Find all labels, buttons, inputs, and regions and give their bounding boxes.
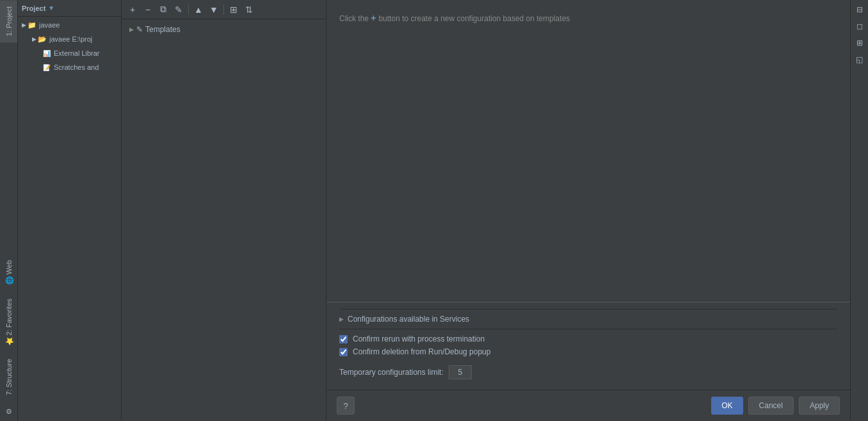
temp-config-label: Temporary configurations limit: <box>339 368 444 377</box>
config-left-panel: + − ⧉ ✎ ▲ ▼ <box>122 0 326 421</box>
right-btn-4[interactable]: ◱ <box>853 53 867 67</box>
confirm-deletion-checkbox[interactable] <box>339 348 348 356</box>
templates-label: Templates <box>145 25 181 34</box>
sidebar-tab-favorites[interactable]: ⭐ 2: Favorites <box>0 292 17 352</box>
bottom-left-icons: ⚙ <box>0 402 17 421</box>
tree-label: javaee E:\proj <box>49 35 92 43</box>
confirm-deletion-label: Confirm deletion from Run/Debug popup <box>353 347 490 356</box>
sort-button[interactable]: ⇅ <box>242 3 256 17</box>
tree-label: External Librar <box>54 49 100 57</box>
copy-config-button[interactable]: ⧉ <box>156 3 170 17</box>
hint-text: Click the + button to create a new confi… <box>339 13 837 23</box>
sidebar-tab-web[interactable]: 🌐 Web <box>0 254 17 292</box>
checkbox-row-1: Confirm rerun with process termination <box>339 334 837 343</box>
config-bottom-section: ▶ Configurations available in Services C… <box>326 302 850 390</box>
project-panel-header: Project ▼ <box>18 0 121 17</box>
arrow-icon: ▶ <box>22 22 26 28</box>
add-config-button[interactable]: + <box>125 3 140 17</box>
dialog-area: + − ⧉ ✎ ▲ ▼ <box>122 0 850 421</box>
config-right-panel: Click the + button to create a new confi… <box>326 0 850 421</box>
scratch-icon: 📝 <box>42 63 51 72</box>
help-button[interactable]: ? <box>337 397 355 415</box>
move-down-button[interactable]: ▼ <box>207 3 221 17</box>
plus-icon: + <box>371 13 378 23</box>
services-arrow-icon: ▶ <box>339 316 344 322</box>
content-spacer <box>339 36 837 289</box>
right-btn-1[interactable]: ⊟ <box>853 3 867 17</box>
arrow-icon: ▶ <box>32 36 36 42</box>
config-toolbar: + − ⧉ ✎ ▲ ▼ <box>122 0 326 19</box>
checkboxes-section: Confirm rerun with process termination C… <box>339 329 837 361</box>
remove-config-button[interactable]: − <box>141 3 155 17</box>
tree-label: javaee <box>39 21 60 29</box>
project-tree-panel: Project ▼ ▶ 📁 javaee ▶ 📂 javaee E:\proj … <box>18 0 122 421</box>
project-header-label: Project <box>22 4 45 12</box>
move-up-button[interactable]: ▲ <box>191 3 205 17</box>
toolbar-separator <box>188 4 189 15</box>
far-left-sidebar: 1: Project 🌐 Web ⭐ 2: Favorites 7: Struc… <box>0 0 18 421</box>
confirm-rerun-label: Confirm rerun with process termination <box>353 334 485 343</box>
temp-config-input[interactable] <box>449 365 472 379</box>
ok-button[interactable]: OK <box>711 397 743 415</box>
libs-icon: 📊 <box>42 49 51 58</box>
apply-button[interactable]: Apply <box>799 397 840 415</box>
confirm-rerun-checkbox[interactable] <box>339 335 348 343</box>
checkbox-row-2: Confirm deletion from Run/Debug popup <box>339 347 837 356</box>
config-tree-item-templates[interactable]: ▶ ✎ Templates <box>122 22 326 37</box>
folder-icon: 📁 <box>28 21 36 29</box>
right-sidebar: ⊟ ◻ ⊞ ◱ <box>850 0 868 421</box>
toolbar-separator-2 <box>223 4 224 15</box>
tree-item-javaee-root[interactable]: ▶ 📁 javaee <box>18 18 121 32</box>
services-label: Configurations available in Services <box>348 315 469 324</box>
sidebar-tab-structure[interactable]: 7: Structure <box>0 352 17 402</box>
edit-config-button[interactable]: ✎ <box>172 3 186 17</box>
right-btn-3[interactable]: ⊞ <box>853 36 867 50</box>
temp-config-row: Temporary configurations limit: <box>339 361 837 383</box>
center-content: + − ⧉ ✎ ▲ ▼ <box>122 0 850 421</box>
dialog-footer: ? OK Cancel Apply <box>326 390 850 421</box>
services-section[interactable]: ▶ Configurations available in Services <box>339 310 837 329</box>
module-icon: 📂 <box>38 35 47 44</box>
config-content-area: Click the + button to create a new confi… <box>326 0 850 302</box>
tree-item-scratches[interactable]: 📝 Scratches and <box>18 60 121 74</box>
tree-item-external-libs[interactable]: 📊 External Librar <box>18 46 121 60</box>
project-dropdown-icon[interactable]: ▼ <box>48 4 54 12</box>
templates-edit-icon: ✎ <box>136 25 143 34</box>
tree-item-javaee-module[interactable]: ▶ 📂 javaee E:\proj <box>18 32 121 46</box>
tree-label: Scratches and <box>54 63 99 71</box>
move-to-group-button[interactable]: ⊞ <box>227 3 241 17</box>
config-tree: ▶ ✎ Templates <box>122 19 326 421</box>
right-btn-2[interactable]: ◻ <box>853 19 867 33</box>
sidebar-tab-project[interactable]: 1: Project <box>0 0 17 42</box>
bottom-icon-btn[interactable]: ⚙ <box>2 404 16 418</box>
project-tree: ▶ 📁 javaee ▶ 📂 javaee E:\proj 📊 External… <box>18 17 121 421</box>
cancel-button[interactable]: Cancel <box>748 397 794 415</box>
templates-arrow-icon: ▶ <box>129 26 134 33</box>
